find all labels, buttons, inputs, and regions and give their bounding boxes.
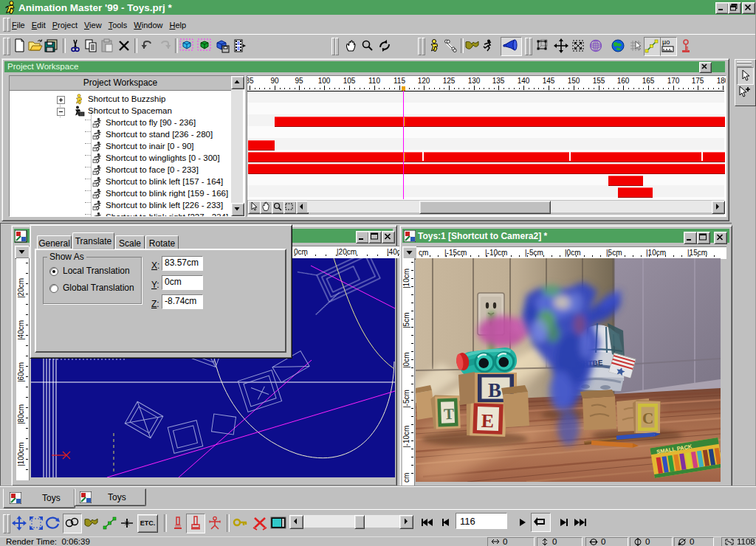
svg-text:E: E <box>481 410 494 432</box>
svg-text:T: T <box>444 405 455 423</box>
svg-text:µo: µo <box>662 38 670 46</box>
svg-text:B: B <box>488 379 501 401</box>
svg-text:C: C <box>642 410 653 427</box>
